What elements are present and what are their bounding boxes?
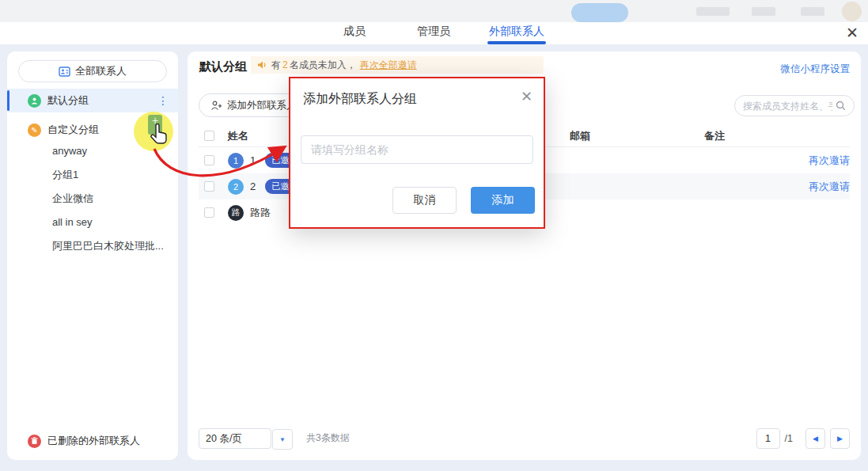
avatar: 路 <box>228 205 244 221</box>
active-tab-underline <box>487 41 546 44</box>
prev-page-button[interactable]: ◀ <box>805 428 825 449</box>
group-avatar-icon <box>28 94 41 108</box>
search-box <box>734 95 855 116</box>
warning-banner: 有2名成员未加入， 再次全部邀请 <box>251 56 544 74</box>
page-size-select[interactable]: 20 条/页 ▼ <box>199 428 271 449</box>
sidebar-item-wecom[interactable]: 企业微信 <box>52 192 93 206</box>
background-ghost <box>752 7 775 16</box>
sidebar-item-group1[interactable]: 分组1 <box>52 168 78 182</box>
chevron-down-icon[interactable]: ▼ <box>272 429 293 450</box>
next-page-button[interactable]: ▶ <box>830 428 850 449</box>
page-title: 默认分组 <box>199 59 247 74</box>
cancel-button[interactable]: 取消 <box>392 187 457 214</box>
contact-name: 2 <box>250 180 256 192</box>
total-records-label: 共3条数据 <box>306 431 350 445</box>
row-checkbox[interactable] <box>204 181 214 192</box>
edit-pencil-icon: ✎ <box>28 123 41 137</box>
confirm-add-button[interactable]: 添加 <box>471 187 535 214</box>
sidebar-item-deleted-contacts[interactable]: 已删除的外部联系人 <box>7 429 178 453</box>
warning-text: 有2名成员未加入， <box>271 59 356 72</box>
background-page-strip <box>0 0 868 22</box>
default-group-label: 默认分组 <box>47 93 89 108</box>
add-group-dialog: 添加外部联系人分组 ✕ 取消 添加 <box>289 77 545 229</box>
all-contacts-label: 全部联系人 <box>75 64 127 78</box>
header-email: 邮箱 <box>570 129 704 143</box>
header-remark: 备注 <box>704 129 782 143</box>
tab-members[interactable]: 成员 <box>343 25 366 39</box>
sidebar-item-all-in-sey[interactable]: all in sey <box>52 216 93 228</box>
row-checkbox[interactable] <box>204 207 214 218</box>
tab-external-contacts[interactable]: 外部联系人 <box>489 25 544 39</box>
avatar: 2 <box>228 179 244 195</box>
dialog-title: 添加外部联系人分组 <box>303 91 417 108</box>
trash-icon <box>28 435 41 448</box>
custom-group-label: 自定义分组 <box>47 123 99 137</box>
search-icon[interactable] <box>836 101 846 111</box>
page-total-label: /1 <box>785 433 793 444</box>
background-pill <box>571 3 628 22</box>
search-input[interactable] <box>743 101 832 112</box>
background-ghost <box>696 7 730 16</box>
uninvited-count: 2 <box>282 59 288 70</box>
add-person-icon <box>210 101 222 111</box>
add-external-contact-label: 添加外部联系人 <box>227 99 297 112</box>
invite-all-again-link[interactable]: 再次全部邀请 <box>360 59 417 72</box>
row-checkbox[interactable] <box>204 155 214 165</box>
contacts-card-icon <box>59 66 70 77</box>
all-contacts-button[interactable]: 全部联系人 <box>18 60 167 82</box>
sidebar-item-anyway[interactable]: anyway <box>52 145 87 157</box>
speaker-icon <box>257 60 267 70</box>
background-avatar <box>842 2 862 21</box>
avatar: 1 <box>228 153 244 169</box>
dialog-close-icon[interactable]: ✕ <box>521 88 533 105</box>
miniprogram-settings-link[interactable]: 微信小程序设置 <box>781 63 851 76</box>
contact-name: 路路 <box>250 206 271 220</box>
deleted-contacts-label: 已删除的外部联系人 <box>47 434 140 448</box>
add-group-plus-button[interactable]: + <box>148 115 162 135</box>
sidebar-item-alibaba[interactable]: 阿里巴巴白木胶处理批... <box>52 239 164 253</box>
invite-again-link[interactable]: 再次邀请 <box>809 154 850 166</box>
more-options-icon[interactable]: ⋮ <box>157 94 169 107</box>
select-all-checkbox[interactable] <box>204 131 214 141</box>
invite-again-link[interactable]: 再次邀请 <box>809 180 850 192</box>
contact-name: 1 <box>250 154 256 166</box>
group-name-input[interactable] <box>301 135 533 164</box>
pagination: /1 ◀ ▶ <box>756 428 850 449</box>
tab-bar: 成员 管理员 外部联系人 ✕ <box>0 22 868 44</box>
close-icon[interactable]: ✕ <box>846 24 859 42</box>
page-size-value: 20 条/页 <box>206 432 242 446</box>
page-number-input[interactable] <box>756 428 780 449</box>
sidebar-item-default-group[interactable]: 默认分组 ⋮ <box>7 89 178 112</box>
selected-indicator <box>7 90 9 111</box>
tab-admins[interactable]: 管理员 <box>417 25 450 39</box>
background-ghost <box>801 7 824 16</box>
